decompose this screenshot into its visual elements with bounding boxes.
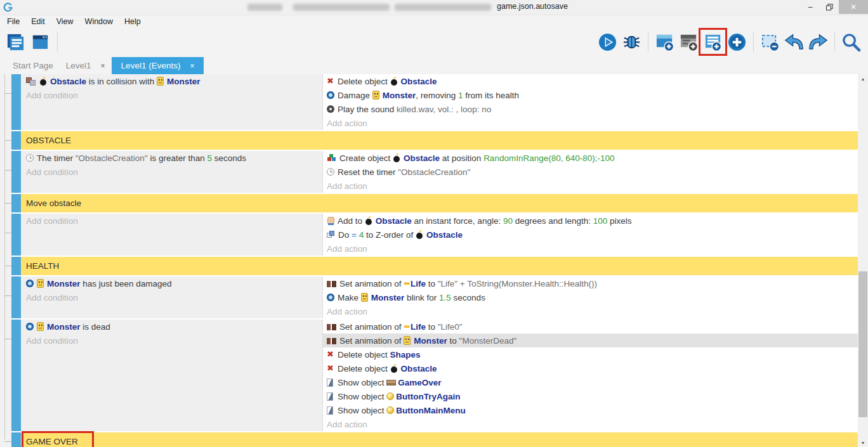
action-line[interactable]: Make Monster blink for 1.5 seconds: [327, 290, 858, 304]
menu-help[interactable]: Help: [119, 17, 147, 26]
events-sheet: Obstacle is in collision with MonsterAdd…: [0, 74, 868, 447]
event-selection-bar[interactable]: [11, 257, 21, 275]
search-button-icon[interactable]: [841, 32, 862, 53]
action-line[interactable]: Set animation of Monster to "MonsterDead…: [323, 334, 858, 347]
group-header[interactable]: HEALTH: [21, 257, 858, 275]
condition-line[interactable]: Monster is dead: [26, 320, 322, 334]
redo-button-icon[interactable]: [808, 32, 829, 53]
add-circle-button-icon[interactable]: [727, 32, 747, 53]
text-segment: Set animation of: [339, 279, 404, 288]
actions-column[interactable]: ✖Delete object ObstacleDamage Monster, r…: [322, 74, 858, 130]
condition-line[interactable]: Add condition: [26, 290, 322, 304]
action-line[interactable]: Add action: [327, 417, 858, 431]
group-header[interactable]: Move obstacle: [21, 194, 858, 212]
debug-button-icon[interactable]: [621, 32, 642, 53]
scroll-up-icon[interactable]: ▲: [858, 74, 868, 83]
action-line[interactable]: Do = 4 to Z-order of Obstacle: [327, 228, 858, 242]
action-line[interactable]: ✖Delete object Shapes: [327, 347, 858, 361]
button-icon: [386, 406, 394, 414]
add-external-events-button-icon[interactable]: [678, 32, 699, 53]
text-segment: "ObstacleCreation": [398, 167, 470, 177]
play-button-icon[interactable]: [597, 32, 618, 53]
events-sheet-icon[interactable]: [5, 32, 26, 53]
group-header[interactable]: OBSTACLE: [21, 131, 858, 150]
text-segment: Life: [411, 322, 426, 332]
event-selection-bar[interactable]: [11, 320, 21, 431]
conditions-column[interactable]: Monster is deadAdd condition: [21, 320, 322, 431]
text-segment: ButtonTryAgain: [396, 392, 460, 401]
tab-level1[interactable]: Level1×: [60, 57, 112, 74]
menu-edit[interactable]: Edit: [25, 17, 51, 26]
text-segment: Show object: [338, 378, 386, 387]
text-segment: 1: [458, 91, 463, 100]
action-line[interactable]: Set animation of •••Life to "Life" + ToS…: [327, 276, 858, 290]
tab-start-page[interactable]: Start Page: [6, 57, 60, 74]
menu-window[interactable]: Window: [79, 17, 119, 26]
conditions-column[interactable]: The timer "ObstacleCreation" is greater …: [21, 151, 322, 193]
condition-line[interactable]: Add condition: [26, 214, 322, 228]
annotation-box: [22, 431, 94, 447]
text-segment: to: [447, 336, 459, 346]
action-line[interactable]: Add to Obstacle an instant force, angle:…: [327, 214, 858, 228]
action-line[interactable]: ✖Delete object Obstacle: [327, 74, 858, 88]
deselect-button-icon[interactable]: [760, 32, 780, 53]
event-selection-bar[interactable]: [11, 131, 21, 150]
condition-line[interactable]: The timer "ObstacleCreation" is greater …: [26, 151, 322, 165]
conditions-column[interactable]: Obstacle is in collision with MonsterAdd…: [21, 74, 322, 130]
scroll-down-icon[interactable]: ▼: [858, 438, 868, 447]
action-line[interactable]: Reset the timer "ObstacleCreation": [327, 165, 858, 179]
toolbar-separator: [648, 32, 648, 52]
monster-icon: [361, 293, 368, 302]
event-selection-bar[interactable]: [11, 276, 21, 318]
menu-file[interactable]: File: [1, 17, 25, 26]
text-segment: Delete object: [338, 77, 390, 86]
action-line[interactable]: Set animation of •••Life to "Life0": [327, 320, 858, 334]
condition-line[interactable]: Add condition: [26, 165, 322, 179]
undo-button-icon[interactable]: [784, 32, 805, 53]
action-line[interactable]: Add action: [327, 116, 858, 130]
restore-button[interactable]: [820, 0, 839, 14]
actions-column[interactable]: Set animation of •••Life to "Life" + ToS…: [322, 276, 858, 318]
action-line[interactable]: Damage Monster, removing 1 from its heal…: [327, 88, 858, 102]
actions-column[interactable]: Create object Obstacle at position Rando…: [322, 151, 858, 193]
action-line[interactable]: Show object ButtonMainMenu: [327, 403, 858, 417]
conditions-column[interactable]: Monster has just been damagedAdd conditi…: [21, 276, 322, 318]
close-tab-icon[interactable]: ×: [190, 62, 194, 70]
action-line[interactable]: Add action: [327, 179, 858, 193]
condition-line[interactable]: Add condition: [26, 88, 322, 102]
event-selection-bar[interactable]: [11, 214, 21, 256]
actions-column[interactable]: Set animation of •••Life to "Life0"Set a…: [322, 320, 858, 431]
actions-column[interactable]: Add to Obstacle an instant force, angle:…: [322, 214, 858, 256]
add-event-button-icon[interactable]: [702, 32, 723, 53]
event-selection-bar[interactable]: [11, 74, 21, 130]
event-selection-bar[interactable]: [11, 194, 21, 212]
menu-view[interactable]: View: [51, 17, 79, 26]
text-segment: Show object: [338, 406, 386, 415]
event-selection-bar[interactable]: [11, 151, 21, 193]
action-line[interactable]: Add action: [327, 242, 858, 256]
minimize-button[interactable]: –: [801, 0, 820, 14]
vertical-scrollbar[interactable]: ▲ ▼: [858, 74, 868, 447]
tab-level1-events[interactable]: Level1 (Events)×: [112, 57, 204, 74]
conditions-column[interactable]: Add condition: [21, 214, 322, 256]
action-line[interactable]: Create object Obstacle at position Rando…: [327, 151, 858, 165]
condition-line[interactable]: Obstacle is in collision with Monster: [26, 74, 322, 88]
scrollbar-thumb[interactable]: [858, 271, 867, 417]
add-scene-button-icon[interactable]: [654, 32, 675, 53]
text-segment: RandomInRange(80, 640-80);-100: [483, 153, 614, 163]
bomb-icon: [416, 230, 423, 239]
condition-line[interactable]: Monster has just been damaged: [26, 276, 322, 290]
action-line[interactable]: Add action: [327, 304, 858, 318]
toolbar-separator: [57, 32, 58, 52]
group-header[interactable]: GAME OVER: [21, 432, 858, 447]
action-line[interactable]: Play the sound killed.wav, vol.: , loop:…: [327, 102, 858, 116]
close-button[interactable]: ✕: [839, 0, 868, 14]
action-line[interactable]: Show object GameOver: [327, 375, 858, 389]
action-line[interactable]: Show object ButtonTryAgain: [327, 389, 858, 403]
action-line[interactable]: ✖Delete object Obstacle: [327, 361, 858, 375]
scene-editor-icon[interactable]: [30, 32, 51, 53]
close-tab-icon[interactable]: ×: [101, 62, 105, 70]
event-selection-bar[interactable]: [11, 432, 21, 447]
add-instruction-placeholder: Add condition: [26, 336, 78, 346]
condition-line[interactable]: Add condition: [26, 334, 322, 347]
